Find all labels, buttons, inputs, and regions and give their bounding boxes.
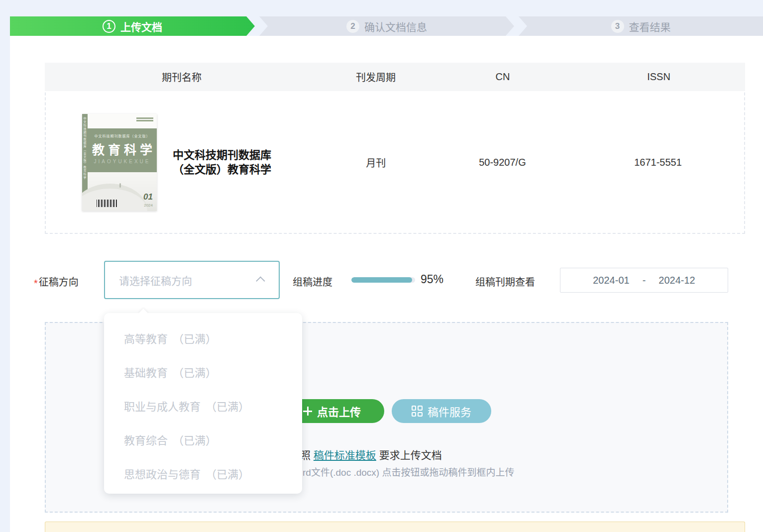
step-3-label: 查看结果 bbox=[629, 19, 671, 34]
option-basic-education[interactable]: 基础教育 （已满） bbox=[104, 355, 302, 389]
grid-icon bbox=[412, 406, 423, 417]
journal-table: 期刊名称 刊发周期 CN ISSN 中文科技期刊数据库（全文版）教育科学 中文科… bbox=[45, 63, 745, 234]
stepper: 1 上传文档 2 确认文档信息 3 查看结果 bbox=[10, 16, 763, 36]
upload-hint: rd文件(.doc .docx) 点击按钮或拖动稿件到框内上传 bbox=[303, 465, 514, 478]
upload-tip: 按照 稿件标准模板 要求上传文档 bbox=[290, 447, 442, 462]
option-status: （已满） bbox=[173, 431, 217, 447]
figure-graphic bbox=[119, 183, 121, 188]
option-vocational-adult-education[interactable]: 职业与成人教育 （已满） bbox=[104, 389, 302, 423]
option-status: （已满） bbox=[173, 330, 217, 346]
upload-button-label: 点击上传 bbox=[317, 403, 361, 419]
direction-dropdown-panel: 高等教育 （已满） 基础教育 （已满） 职业与成人教育 （已满） 教育综合 （已… bbox=[104, 313, 302, 494]
template-link[interactable]: 稿件标准模板 bbox=[314, 449, 376, 461]
cover-corner-marks bbox=[136, 117, 153, 122]
step-view-result[interactable]: 3 查看结果 bbox=[519, 16, 763, 36]
option-status: （已满） bbox=[173, 364, 217, 380]
cover-db-line: 中文科技期刊数据库（全文版） bbox=[88, 133, 157, 138]
journal-cn: 50-9207/G bbox=[433, 157, 572, 168]
warning-bar bbox=[45, 522, 745, 532]
option-status: （已满） bbox=[206, 398, 249, 414]
option-education-comprehensive[interactable]: 教育综合 （已满） bbox=[104, 423, 302, 456]
service-button-label: 稿件服务 bbox=[428, 403, 471, 419]
direction-select[interactable]: 请选择征稿方向 bbox=[104, 261, 280, 299]
progress-label: 组稿进度 bbox=[293, 274, 332, 289]
journal-name-cell: 中文科技期刊数据库（全文版）教育科学 中文科技期刊数据库（全文版） 教育科学 J… bbox=[46, 114, 319, 211]
step-1-badge: 1 bbox=[103, 20, 115, 33]
cover-title: 教育科学 bbox=[88, 140, 157, 158]
date-separator: - bbox=[643, 275, 646, 286]
cover-pinyin: JIAOYUKEXUE bbox=[88, 159, 157, 164]
header-cn: CN bbox=[433, 71, 572, 83]
issue-period-label: 组稿刊期查看 bbox=[475, 274, 535, 289]
journal-table-header: 期刊名称 刊发周期 CN ISSN bbox=[45, 63, 745, 91]
step-2-label: 确认文档信息 bbox=[364, 19, 427, 34]
cover-barcode bbox=[97, 200, 117, 207]
header-publish-period: 刊发周期 bbox=[319, 70, 433, 84]
tip-suffix: 要求上传文档 bbox=[376, 449, 442, 461]
journal-cover-image: 中文科技期刊数据库（全文版）教育科学 中文科技期刊数据库（全文版） 教育科学 J… bbox=[82, 114, 157, 211]
progress-bar-fill bbox=[351, 277, 412, 283]
option-ideology-moral-education[interactable]: 思想政治与德育 （已满） bbox=[104, 456, 302, 490]
step-2-badge: 2 bbox=[346, 20, 359, 33]
journal-issn: 1671-5551 bbox=[572, 157, 744, 168]
required-mark: * bbox=[34, 278, 38, 289]
plus-icon bbox=[303, 407, 312, 416]
journal-name: 中文科技期刊数据库（全文版）教育科学 bbox=[173, 148, 290, 177]
journal-row: 中文科技期刊数据库（全文版）教育科学 中文科技期刊数据库（全文版） 教育科学 J… bbox=[46, 91, 744, 234]
direction-field-label: *征稿方向 bbox=[34, 274, 79, 289]
cover-photo: 01 2024 bbox=[88, 172, 157, 211]
step-confirm-info[interactable]: 2 确认文档信息 bbox=[259, 16, 514, 36]
progress-value: 95% bbox=[421, 273, 443, 286]
header-issn: ISSN bbox=[572, 71, 745, 83]
manuscript-service-button[interactable]: 稿件服务 bbox=[392, 399, 491, 423]
date-end[interactable]: 2024-12 bbox=[658, 275, 695, 286]
step-3-badge: 3 bbox=[611, 20, 624, 33]
date-start[interactable]: 2024-01 bbox=[593, 275, 629, 286]
header-journal-name: 期刊名称 bbox=[45, 70, 319, 84]
cover-issue-number: 01 bbox=[143, 192, 153, 202]
issue-period-range[interactable]: 2024-01 - 2024-12 bbox=[560, 268, 728, 293]
option-higher-education[interactable]: 高等教育 （已满） bbox=[104, 321, 302, 355]
progress-bar bbox=[351, 277, 415, 283]
option-status: （已满） bbox=[206, 465, 249, 481]
step-upload-document[interactable]: 1 上传文档 bbox=[10, 16, 255, 36]
cover-title-band: 中文科技期刊数据库（全文版） 教育科学 JIAOYUKEXUE bbox=[88, 128, 157, 172]
direction-select-placeholder: 请选择征稿方向 bbox=[119, 273, 258, 288]
cover-year: 2024 bbox=[144, 203, 153, 208]
step-1-label: 上传文档 bbox=[120, 19, 162, 34]
journal-period: 月刊 bbox=[319, 155, 433, 170]
